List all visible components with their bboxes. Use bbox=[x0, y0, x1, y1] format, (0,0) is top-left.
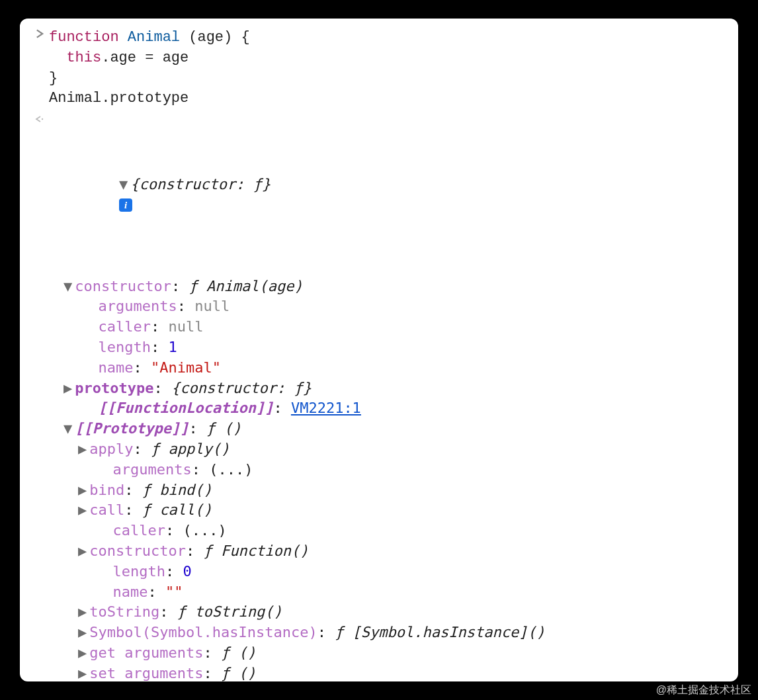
property-value: {constructor: ƒ} bbox=[171, 380, 312, 396]
tree-row[interactable]: ▶get arguments: ƒ () bbox=[49, 643, 728, 664]
source-link[interactable]: VM2221:1 bbox=[291, 400, 361, 416]
property-value: ƒ () bbox=[221, 644, 256, 661]
property-key: [[FunctionLocation]] bbox=[99, 400, 274, 416]
expand-arrow-right-icon[interactable]: ▶ bbox=[63, 380, 72, 396]
property-value: ƒ Function() bbox=[203, 543, 308, 559]
property-key: caller bbox=[99, 318, 151, 335]
console-input-row: function Animal (age) { this.age = age}A… bbox=[30, 28, 728, 109]
watermark-text: @稀土掘金技术社区 bbox=[656, 683, 751, 697]
tree-spacer bbox=[93, 522, 110, 539]
property-key: bind bbox=[89, 482, 124, 498]
tree-row[interactable]: ▶constructor: ƒ Function() bbox=[49, 541, 728, 562]
tree-row[interactable]: [[FunctionLocation]]: VM2221:1 bbox=[49, 398, 728, 419]
property-key: constructor bbox=[89, 543, 186, 559]
console-panel: function Animal (age) { this.age = age}A… bbox=[20, 19, 738, 681]
info-icon[interactable]: i bbox=[119, 198, 132, 212]
property-key: caller bbox=[113, 522, 165, 539]
property-key: name bbox=[113, 584, 148, 600]
tree-row[interactable]: name: "Animal" bbox=[49, 358, 728, 378]
code-line: } bbox=[49, 69, 728, 89]
tree-row[interactable]: length: 0 bbox=[49, 562, 728, 582]
tree-spacer bbox=[78, 318, 96, 335]
property-key: arguments bbox=[99, 298, 177, 314]
expand-arrow-right-icon[interactable]: ▶ bbox=[78, 603, 87, 620]
tree-row[interactable]: ▼constructor: ƒ Animal(age) bbox=[49, 277, 728, 297]
expand-arrow-right-icon[interactable]: ▶ bbox=[78, 502, 87, 518]
object-tree: ▼constructor: ƒ Animal(age) arguments: n… bbox=[49, 277, 728, 681]
expand-arrow-right-icon[interactable]: ▶ bbox=[78, 543, 87, 559]
tree-row[interactable]: ▼[[Prototype]]: ƒ () bbox=[49, 419, 728, 439]
output-prompt-icon bbox=[30, 113, 49, 124]
property-value: ƒ call() bbox=[142, 502, 212, 518]
property-key: prototype bbox=[75, 380, 153, 396]
input-prompt-icon bbox=[30, 28, 49, 38]
property-value: ƒ apply() bbox=[151, 441, 230, 457]
tree-row[interactable]: ▶call: ƒ call() bbox=[49, 500, 728, 521]
property-value: ƒ Animal(age) bbox=[189, 278, 302, 294]
expand-arrow-right-icon[interactable]: ▶ bbox=[78, 482, 87, 498]
tree-row[interactable]: ▶apply: ƒ apply() bbox=[49, 439, 728, 460]
tree-row[interactable]: caller: null bbox=[49, 317, 728, 337]
console-input-code[interactable]: function Animal (age) { this.age = age}A… bbox=[49, 28, 728, 109]
property-key: name bbox=[99, 359, 134, 376]
expand-arrow-down-icon[interactable]: ▼ bbox=[119, 176, 128, 193]
property-key: call bbox=[89, 502, 124, 518]
property-value: "Animal" bbox=[151, 359, 221, 376]
property-value: null bbox=[168, 318, 203, 335]
property-value: ƒ [Symbol.hasInstance]() bbox=[335, 624, 545, 640]
property-key: toString bbox=[89, 603, 159, 620]
property-key: get arguments bbox=[89, 644, 203, 661]
tree-row[interactable]: arguments: (...) bbox=[49, 460, 728, 480]
property-value: 1 bbox=[168, 339, 177, 355]
expand-arrow-right-icon[interactable]: ▶ bbox=[78, 644, 87, 661]
property-key: length bbox=[99, 339, 151, 355]
property-value: ƒ () bbox=[206, 420, 241, 437]
expand-arrow-right-icon[interactable]: ▶ bbox=[78, 441, 87, 457]
tree-spacer bbox=[93, 563, 110, 580]
tree-row[interactable]: ▶toString: ƒ toString() bbox=[49, 602, 728, 623]
code-line: Animal.prototype bbox=[49, 89, 728, 109]
tree-spacer bbox=[78, 339, 96, 355]
property-value: (...) bbox=[209, 461, 253, 478]
tree-row[interactable]: ▶prototype: {constructor: ƒ} bbox=[49, 378, 728, 399]
tree-row[interactable]: name: "" bbox=[49, 582, 728, 603]
tree-spacer bbox=[93, 584, 110, 600]
tree-spacer bbox=[78, 400, 96, 416]
property-value: "" bbox=[165, 584, 183, 600]
property-key: Symbol(Symbol.hasInstance) bbox=[89, 624, 317, 640]
property-key: set arguments bbox=[89, 665, 203, 681]
result-summary-line[interactable]: ▼{constructor: ƒ} i bbox=[49, 154, 728, 236]
property-key: constructor bbox=[75, 278, 171, 294]
tree-row[interactable]: ▶Symbol(Symbol.hasInstance): ƒ [Symbol.h… bbox=[49, 623, 728, 643]
property-key: [[Prototype]] bbox=[75, 420, 189, 437]
expand-arrow-right-icon[interactable]: ▶ bbox=[78, 665, 87, 681]
property-value: ƒ bind() bbox=[142, 482, 212, 498]
expand-arrow-right-icon[interactable]: ▶ bbox=[78, 624, 87, 640]
property-key: arguments bbox=[113, 461, 192, 478]
tree-row[interactable]: length: 1 bbox=[49, 337, 728, 358]
svg-point-0 bbox=[42, 118, 43, 120]
console-result-row: ▼{constructor: ƒ} i ▼constructor: ƒ Anim… bbox=[30, 113, 728, 681]
console-result-content: ▼{constructor: ƒ} i ▼constructor: ƒ Anim… bbox=[49, 113, 728, 681]
code-line: function Animal (age) { bbox=[49, 28, 728, 48]
tree-spacer bbox=[93, 461, 110, 478]
tree-row[interactable]: arguments: null bbox=[49, 296, 728, 317]
property-key: apply bbox=[89, 441, 133, 457]
tree-row[interactable]: caller: (...) bbox=[49, 521, 728, 541]
property-value: 0 bbox=[183, 563, 191, 580]
expand-arrow-down-icon[interactable]: ▼ bbox=[63, 278, 72, 294]
property-value: (...) bbox=[183, 522, 226, 539]
property-value: ƒ () bbox=[221, 665, 256, 681]
expand-arrow-down-icon[interactable]: ▼ bbox=[63, 420, 72, 437]
property-value: ƒ toString() bbox=[177, 603, 282, 620]
tree-row[interactable]: ▶set arguments: ƒ () bbox=[49, 664, 728, 681]
tree-spacer bbox=[78, 298, 96, 314]
property-value: null bbox=[194, 298, 230, 314]
tree-row[interactable]: ▶bind: ƒ bind() bbox=[49, 480, 728, 501]
property-key: length bbox=[113, 563, 165, 580]
code-line: this.age = age bbox=[49, 48, 728, 69]
tree-spacer bbox=[78, 359, 96, 376]
